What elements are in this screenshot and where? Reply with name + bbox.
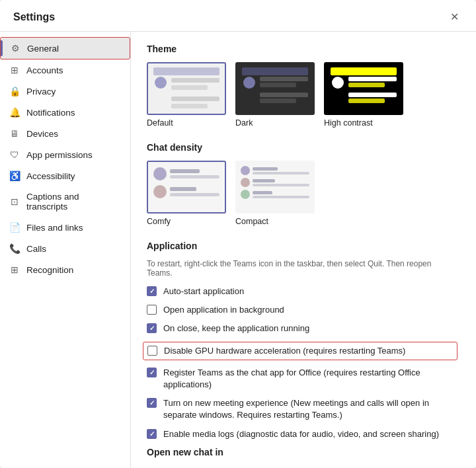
theme-option-hc[interactable]: High contrast xyxy=(324,62,403,128)
checkbox-auto-start-input[interactable] xyxy=(147,286,157,296)
application-section: Application To restart, right-click the … xyxy=(147,241,457,440)
sidebar-item-devices[interactable]: 🖥Devices xyxy=(0,123,130,144)
checkbox-media-logs: Enable media logs (diagnostic data for a… xyxy=(147,428,457,440)
checkbox-media-logs-input[interactable] xyxy=(147,429,157,439)
checkbox-disable-gpu-input[interactable] xyxy=(147,346,157,356)
sidebar-item-label-files-links: Files and links xyxy=(26,223,83,233)
settings-dialog: Settings ✕ ⚙General⊞Accounts🔒Privacy🔔Not… xyxy=(0,0,476,468)
calls-icon: 📞 xyxy=(9,243,20,254)
sidebar-item-label-captions: Captions and transcripts xyxy=(26,192,121,212)
checkbox-media-logs-label: Enable media logs (diagnostic data for a… xyxy=(163,428,439,440)
devices-icon: 🖥 xyxy=(9,128,20,139)
sidebar-item-general[interactable]: ⚙General xyxy=(0,37,130,59)
theme-label-dark: Dark xyxy=(235,118,253,128)
sidebar: ⚙General⊞Accounts🔒Privacy🔔Notifications🖥… xyxy=(0,32,131,468)
chat-density-title: Chat density xyxy=(147,142,457,153)
sidebar-item-app-permissions[interactable]: 🛡App permissions xyxy=(0,144,130,165)
sidebar-item-label-accounts: Accounts xyxy=(26,65,63,75)
dialog-title: Settings xyxy=(13,11,55,23)
recognition-icon: ⊞ xyxy=(9,264,20,275)
density-option-comfy[interactable]: Comfy xyxy=(147,161,226,226)
checkbox-register-teams-label: Register Teams as the chat app for Offic… xyxy=(163,367,457,391)
sidebar-item-label-devices: Devices xyxy=(26,129,58,139)
sidebar-item-files-links[interactable]: 📄Files and links xyxy=(0,217,130,238)
theme-preview-dark xyxy=(235,62,315,115)
checkbox-on-close: On close, keep the application running xyxy=(147,323,457,334)
sidebar-item-label-accessibility: Accessibility xyxy=(26,171,75,181)
checkbox-new-meeting-input[interactable] xyxy=(147,398,157,408)
checkbox-new-meeting: Turn on new meeting experience (New meet… xyxy=(147,397,457,421)
privacy-icon: 🔒 xyxy=(9,86,20,97)
density-label-compact: Compact xyxy=(235,217,268,226)
sidebar-item-recognition[interactable]: ⊞Recognition xyxy=(0,259,130,280)
checkbox-open-bg-input[interactable] xyxy=(147,305,157,315)
sidebar-item-captions[interactable]: ⊡Captions and transcripts xyxy=(0,186,130,217)
open-new-chat-title: Open new chat in xyxy=(147,447,457,457)
checkbox-register-teams: Register Teams as the chat app for Offic… xyxy=(147,367,457,391)
checkbox-on-close-input[interactable] xyxy=(147,323,157,333)
accessibility-icon: ♿ xyxy=(9,171,20,181)
theme-preview-hc xyxy=(324,62,403,115)
captions-icon: ⊡ xyxy=(9,196,20,207)
sidebar-item-accessibility[interactable]: ♿Accessibility xyxy=(0,165,130,186)
sidebar-item-label-notifications: Notifications xyxy=(26,108,75,118)
close-button[interactable]: ✕ xyxy=(446,9,463,24)
sidebar-item-label-app-permissions: App permissions xyxy=(26,150,93,160)
density-preview-comfy xyxy=(147,161,226,214)
checkbox-auto-start-label: Auto-start application xyxy=(163,286,244,297)
application-title: Application xyxy=(147,241,457,251)
checkbox-open-bg-label: Open application in background xyxy=(163,304,284,316)
theme-label-hc: High contrast xyxy=(324,118,373,128)
app-permissions-icon: 🛡 xyxy=(9,149,20,160)
checkbox-on-close-label: On close, keep the application running xyxy=(163,323,309,334)
theme-options-row: Default Dark xyxy=(147,62,457,128)
checkbox-register-teams-input[interactable] xyxy=(147,368,157,377)
theme-label-default: Default xyxy=(147,118,173,128)
notifications-icon: 🔔 xyxy=(9,107,20,118)
theme-preview-default xyxy=(147,62,226,115)
density-option-compact[interactable]: Compact xyxy=(235,161,315,226)
density-label-comfy: Comfy xyxy=(147,217,171,226)
checkbox-open-bg: Open application in background xyxy=(147,304,457,316)
sidebar-item-privacy[interactable]: 🔒Privacy xyxy=(0,81,130,102)
density-preview-compact xyxy=(235,161,315,214)
checkbox-new-meeting-label: Turn on new meeting experience (New meet… xyxy=(163,397,457,421)
theme-section-title: Theme xyxy=(147,44,457,54)
theme-option-dark[interactable]: Dark xyxy=(235,62,315,128)
theme-option-default[interactable]: Default xyxy=(147,62,226,128)
sidebar-item-label-recognition: Recognition xyxy=(26,265,73,275)
checkbox-disable-gpu-label: Disable GPU hardware acceleration (requi… xyxy=(164,345,405,357)
checkbox-auto-start: Auto-start application xyxy=(147,286,457,297)
sidebar-item-label-general: General xyxy=(27,44,59,54)
main-content: Theme Default xyxy=(131,32,476,468)
application-desc: To restart, right-click the Teams icon i… xyxy=(147,259,457,278)
sidebar-item-accounts[interactable]: ⊞Accounts xyxy=(0,59,130,81)
accounts-icon: ⊞ xyxy=(9,65,20,75)
content-area: ⚙General⊞Accounts🔒Privacy🔔Notifications🖥… xyxy=(0,32,476,468)
sidebar-item-label-privacy: Privacy xyxy=(26,87,56,97)
checkbox-disable-gpu: Disable GPU hardware acceleration (requi… xyxy=(143,342,457,360)
files-links-icon: 📄 xyxy=(9,222,20,233)
general-icon: ⚙ xyxy=(10,43,20,54)
sidebar-item-notifications[interactable]: 🔔Notifications xyxy=(0,102,130,123)
sidebar-item-calls[interactable]: 📞Calls xyxy=(0,238,130,259)
density-options-row: Comfy xyxy=(147,161,457,226)
sidebar-item-label-calls: Calls xyxy=(26,244,46,254)
title-bar: Settings ✕ xyxy=(0,0,476,32)
